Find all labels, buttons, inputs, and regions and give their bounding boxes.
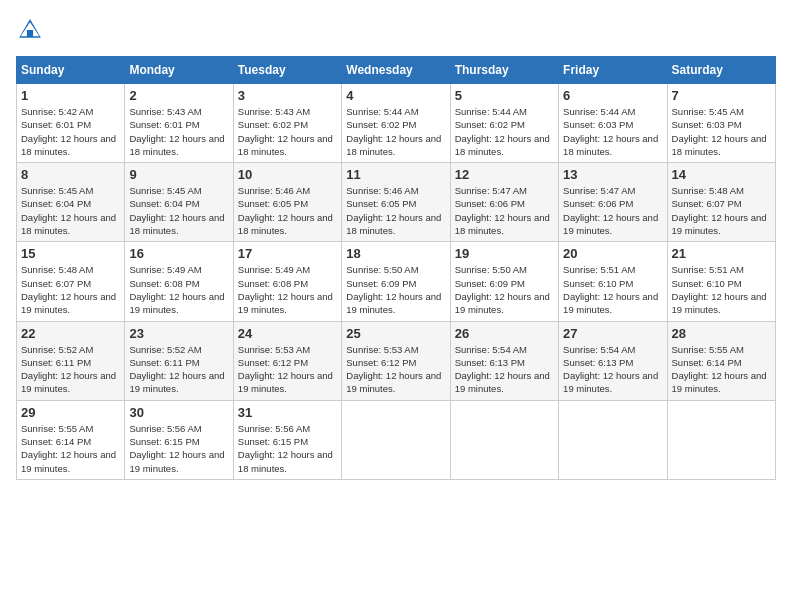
day-number: 8 <box>21 167 120 182</box>
calendar-cell: 9 Sunrise: 5:45 AM Sunset: 6:04 PM Dayli… <box>125 163 233 242</box>
calendar-cell: 20 Sunrise: 5:51 AM Sunset: 6:10 PM Dayl… <box>559 242 667 321</box>
calendar-cell: 31 Sunrise: 5:56 AM Sunset: 6:15 PM Dayl… <box>233 400 341 479</box>
day-number: 15 <box>21 246 120 261</box>
calendar-week-row: 22 Sunrise: 5:52 AM Sunset: 6:11 PM Dayl… <box>17 321 776 400</box>
day-info: Sunrise: 5:51 AM Sunset: 6:10 PM Dayligh… <box>563 263 662 316</box>
day-number: 30 <box>129 405 228 420</box>
day-info: Sunrise: 5:55 AM Sunset: 6:14 PM Dayligh… <box>672 343 771 396</box>
day-info: Sunrise: 5:42 AM Sunset: 6:01 PM Dayligh… <box>21 105 120 158</box>
day-number: 21 <box>672 246 771 261</box>
calendar-cell: 19 Sunrise: 5:50 AM Sunset: 6:09 PM Dayl… <box>450 242 558 321</box>
calendar-cell: 17 Sunrise: 5:49 AM Sunset: 6:08 PM Dayl… <box>233 242 341 321</box>
day-number: 26 <box>455 326 554 341</box>
day-number: 22 <box>21 326 120 341</box>
calendar-header-row: SundayMondayTuesdayWednesdayThursdayFrid… <box>17 57 776 84</box>
calendar-cell: 7 Sunrise: 5:45 AM Sunset: 6:03 PM Dayli… <box>667 84 775 163</box>
day-number: 31 <box>238 405 337 420</box>
day-info: Sunrise: 5:44 AM Sunset: 6:02 PM Dayligh… <box>346 105 445 158</box>
day-info: Sunrise: 5:48 AM Sunset: 6:07 PM Dayligh… <box>672 184 771 237</box>
calendar-cell: 15 Sunrise: 5:48 AM Sunset: 6:07 PM Dayl… <box>17 242 125 321</box>
weekday-header: Saturday <box>667 57 775 84</box>
calendar-cell: 12 Sunrise: 5:47 AM Sunset: 6:06 PM Dayl… <box>450 163 558 242</box>
day-number: 9 <box>129 167 228 182</box>
day-number: 3 <box>238 88 337 103</box>
calendar-cell: 2 Sunrise: 5:43 AM Sunset: 6:01 PM Dayli… <box>125 84 233 163</box>
day-info: Sunrise: 5:46 AM Sunset: 6:05 PM Dayligh… <box>346 184 445 237</box>
day-info: Sunrise: 5:50 AM Sunset: 6:09 PM Dayligh… <box>455 263 554 316</box>
calendar-week-row: 8 Sunrise: 5:45 AM Sunset: 6:04 PM Dayli… <box>17 163 776 242</box>
calendar: SundayMondayTuesdayWednesdayThursdayFrid… <box>16 56 776 480</box>
calendar-cell: 3 Sunrise: 5:43 AM Sunset: 6:02 PM Dayli… <box>233 84 341 163</box>
weekday-header: Tuesday <box>233 57 341 84</box>
day-number: 17 <box>238 246 337 261</box>
calendar-week-row: 1 Sunrise: 5:42 AM Sunset: 6:01 PM Dayli… <box>17 84 776 163</box>
day-info: Sunrise: 5:46 AM Sunset: 6:05 PM Dayligh… <box>238 184 337 237</box>
day-number: 7 <box>672 88 771 103</box>
logo-icon <box>16 16 44 44</box>
day-info: Sunrise: 5:45 AM Sunset: 6:04 PM Dayligh… <box>129 184 228 237</box>
calendar-cell: 5 Sunrise: 5:44 AM Sunset: 6:02 PM Dayli… <box>450 84 558 163</box>
day-info: Sunrise: 5:49 AM Sunset: 6:08 PM Dayligh… <box>238 263 337 316</box>
calendar-cell: 23 Sunrise: 5:52 AM Sunset: 6:11 PM Dayl… <box>125 321 233 400</box>
calendar-cell: 30 Sunrise: 5:56 AM Sunset: 6:15 PM Dayl… <box>125 400 233 479</box>
day-info: Sunrise: 5:52 AM Sunset: 6:11 PM Dayligh… <box>129 343 228 396</box>
day-number: 16 <box>129 246 228 261</box>
day-number: 5 <box>455 88 554 103</box>
calendar-cell <box>450 400 558 479</box>
day-number: 14 <box>672 167 771 182</box>
day-number: 20 <box>563 246 662 261</box>
calendar-cell: 4 Sunrise: 5:44 AM Sunset: 6:02 PM Dayli… <box>342 84 450 163</box>
weekday-header: Friday <box>559 57 667 84</box>
weekday-header: Monday <box>125 57 233 84</box>
calendar-cell <box>667 400 775 479</box>
calendar-cell <box>559 400 667 479</box>
day-info: Sunrise: 5:56 AM Sunset: 6:15 PM Dayligh… <box>129 422 228 475</box>
calendar-cell: 10 Sunrise: 5:46 AM Sunset: 6:05 PM Dayl… <box>233 163 341 242</box>
day-number: 2 <box>129 88 228 103</box>
day-number: 18 <box>346 246 445 261</box>
day-number: 11 <box>346 167 445 182</box>
day-number: 4 <box>346 88 445 103</box>
day-number: 28 <box>672 326 771 341</box>
day-number: 19 <box>455 246 554 261</box>
day-info: Sunrise: 5:45 AM Sunset: 6:04 PM Dayligh… <box>21 184 120 237</box>
day-number: 10 <box>238 167 337 182</box>
day-number: 13 <box>563 167 662 182</box>
day-number: 1 <box>21 88 120 103</box>
calendar-cell: 25 Sunrise: 5:53 AM Sunset: 6:12 PM Dayl… <box>342 321 450 400</box>
calendar-cell <box>342 400 450 479</box>
calendar-cell: 21 Sunrise: 5:51 AM Sunset: 6:10 PM Dayl… <box>667 242 775 321</box>
calendar-cell: 26 Sunrise: 5:54 AM Sunset: 6:13 PM Dayl… <box>450 321 558 400</box>
day-info: Sunrise: 5:50 AM Sunset: 6:09 PM Dayligh… <box>346 263 445 316</box>
day-number: 23 <box>129 326 228 341</box>
day-info: Sunrise: 5:56 AM Sunset: 6:15 PM Dayligh… <box>238 422 337 475</box>
day-info: Sunrise: 5:51 AM Sunset: 6:10 PM Dayligh… <box>672 263 771 316</box>
logo <box>16 16 48 44</box>
day-number: 12 <box>455 167 554 182</box>
calendar-cell: 11 Sunrise: 5:46 AM Sunset: 6:05 PM Dayl… <box>342 163 450 242</box>
calendar-week-row: 15 Sunrise: 5:48 AM Sunset: 6:07 PM Dayl… <box>17 242 776 321</box>
calendar-cell: 24 Sunrise: 5:53 AM Sunset: 6:12 PM Dayl… <box>233 321 341 400</box>
calendar-body: 1 Sunrise: 5:42 AM Sunset: 6:01 PM Dayli… <box>17 84 776 480</box>
calendar-cell: 27 Sunrise: 5:54 AM Sunset: 6:13 PM Dayl… <box>559 321 667 400</box>
weekday-header: Thursday <box>450 57 558 84</box>
day-info: Sunrise: 5:43 AM Sunset: 6:01 PM Dayligh… <box>129 105 228 158</box>
calendar-week-row: 29 Sunrise: 5:55 AM Sunset: 6:14 PM Dayl… <box>17 400 776 479</box>
day-info: Sunrise: 5:44 AM Sunset: 6:03 PM Dayligh… <box>563 105 662 158</box>
calendar-cell: 8 Sunrise: 5:45 AM Sunset: 6:04 PM Dayli… <box>17 163 125 242</box>
weekday-header: Wednesday <box>342 57 450 84</box>
day-info: Sunrise: 5:53 AM Sunset: 6:12 PM Dayligh… <box>346 343 445 396</box>
day-number: 29 <box>21 405 120 420</box>
calendar-cell: 6 Sunrise: 5:44 AM Sunset: 6:03 PM Dayli… <box>559 84 667 163</box>
day-number: 27 <box>563 326 662 341</box>
day-info: Sunrise: 5:48 AM Sunset: 6:07 PM Dayligh… <box>21 263 120 316</box>
day-info: Sunrise: 5:54 AM Sunset: 6:13 PM Dayligh… <box>455 343 554 396</box>
calendar-cell: 13 Sunrise: 5:47 AM Sunset: 6:06 PM Dayl… <box>559 163 667 242</box>
page-header <box>16 16 776 44</box>
day-info: Sunrise: 5:53 AM Sunset: 6:12 PM Dayligh… <box>238 343 337 396</box>
calendar-cell: 18 Sunrise: 5:50 AM Sunset: 6:09 PM Dayl… <box>342 242 450 321</box>
day-info: Sunrise: 5:45 AM Sunset: 6:03 PM Dayligh… <box>672 105 771 158</box>
day-number: 25 <box>346 326 445 341</box>
day-info: Sunrise: 5:47 AM Sunset: 6:06 PM Dayligh… <box>563 184 662 237</box>
day-info: Sunrise: 5:44 AM Sunset: 6:02 PM Dayligh… <box>455 105 554 158</box>
